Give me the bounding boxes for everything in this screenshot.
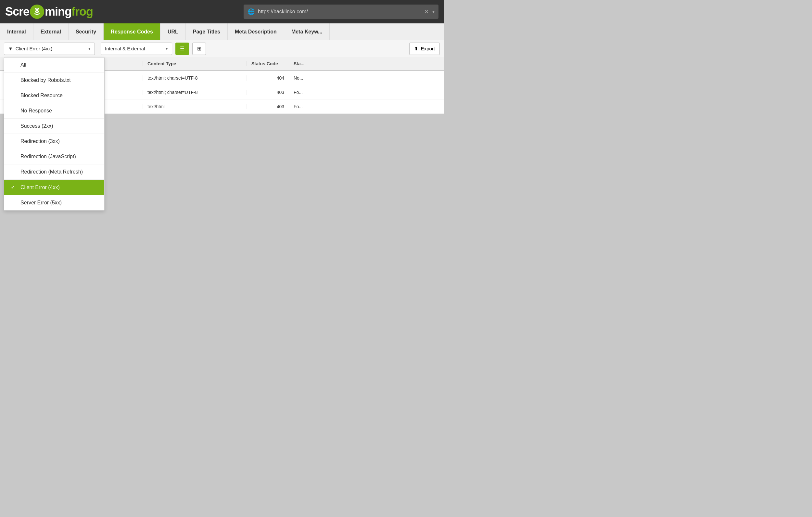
- svg-point-1: [35, 9, 36, 11]
- dropdown-item-no-response[interactable]: No Response: [4, 103, 104, 118]
- logo: Scre mingfrog: [5, 4, 93, 19]
- url-dropdown-arrow-icon[interactable]: ▾: [432, 9, 435, 14]
- cell-content-type: text/html: [143, 104, 247, 109]
- logo-text-start: Scre: [5, 5, 29, 19]
- tab-security[interactable]: Security: [68, 23, 104, 40]
- url-display: https://backlinko.com/: [258, 9, 421, 15]
- dropdown-item-all[interactable]: All: [4, 57, 104, 73]
- tree-view-button[interactable]: ⊞: [192, 43, 206, 55]
- column-header-content-type: Content Type: [143, 61, 247, 66]
- svg-point-0: [35, 8, 39, 13]
- dropdown-item-redirection-3xx[interactable]: Redirection (3xx): [4, 134, 104, 149]
- scope-label: Internal & External: [105, 46, 163, 51]
- cell-status-text: Fo...: [289, 104, 315, 109]
- dropdown-item-blocked-resource[interactable]: Blocked Resource: [4, 88, 104, 103]
- cell-status-code: 404: [247, 75, 289, 81]
- dropdown-item-success-2xx[interactable]: Success (2xx): [4, 118, 104, 134]
- dropdown-item-redirection-meta[interactable]: Redirection (Meta Refresh): [4, 164, 104, 180]
- scope-dropdown[interactable]: Internal & External ▾: [101, 43, 172, 55]
- filter-dropdown-arrow-icon: ▾: [88, 46, 91, 51]
- filter-label: Client Error (4xx): [16, 46, 86, 51]
- toolbar: ▼ Client Error (4xx) ▾ Internal & Extern…: [0, 40, 444, 57]
- logo-text-end: mingfrog: [45, 5, 93, 19]
- url-bar[interactable]: 🌐 https://backlinko.com/ ✕ ▾: [243, 4, 438, 19]
- column-header-status-text: Sta...: [289, 61, 315, 66]
- close-icon[interactable]: ✕: [424, 8, 429, 15]
- export-icon: ⬆: [414, 46, 418, 52]
- tree-view-icon: ⊞: [197, 46, 201, 52]
- list-view-button[interactable]: ☰: [175, 43, 189, 55]
- svg-point-2: [38, 9, 39, 11]
- tab-meta-description[interactable]: Meta Description: [228, 23, 284, 40]
- cell-content-type: text/html; charset=UTF-8: [143, 75, 247, 81]
- tab-meta-keywords[interactable]: Meta Keyw...: [284, 23, 330, 40]
- export-button[interactable]: ⬆ Export: [409, 43, 440, 55]
- tab-url[interactable]: URL: [161, 23, 186, 40]
- dropdown-item-blocked-robots[interactable]: Blocked by Robots.txt: [4, 73, 104, 88]
- filter-dropdown[interactable]: ▼ Client Error (4xx) ▾: [4, 43, 95, 55]
- logo-icon: [30, 4, 44, 19]
- dropdown-item-server-error-5xx[interactable]: Server Error (5xx): [4, 195, 104, 210]
- scope-dropdown-arrow-icon: ▾: [166, 46, 168, 51]
- cell-status-text: Fo...: [289, 90, 315, 95]
- cell-status-code: 403: [247, 104, 289, 109]
- tab-page-titles[interactable]: Page Titles: [186, 23, 228, 40]
- check-selected-icon: ✓: [11, 184, 17, 190]
- export-label: Export: [421, 46, 435, 51]
- cell-status-text: No...: [289, 75, 315, 81]
- dropdown-item-client-error-4xx[interactable]: ✓ Client Error (4xx): [4, 180, 104, 195]
- filter-icon: ▼: [8, 46, 13, 51]
- filter-dropdown-menu: All Blocked by Robots.txt Blocked Resour…: [4, 57, 105, 211]
- tab-response-codes[interactable]: Response Codes: [104, 23, 161, 40]
- dropdown-item-redirection-js[interactable]: Redirection (JavaScript): [4, 149, 104, 164]
- cell-status-code: 403: [247, 90, 289, 95]
- tab-external[interactable]: External: [33, 23, 68, 40]
- list-view-icon: ☰: [180, 46, 184, 52]
- header-bar: Scre mingfrog 🌐 https://backlinko.com/ ✕…: [0, 0, 444, 23]
- nav-tabs: Internal External Security Response Code…: [0, 23, 444, 40]
- column-header-status-code: Status Code: [247, 61, 289, 66]
- tab-internal[interactable]: Internal: [0, 23, 33, 40]
- cell-content-type: text/html; charset=UTF-8: [143, 90, 247, 95]
- globe-icon: 🌐: [248, 8, 255, 15]
